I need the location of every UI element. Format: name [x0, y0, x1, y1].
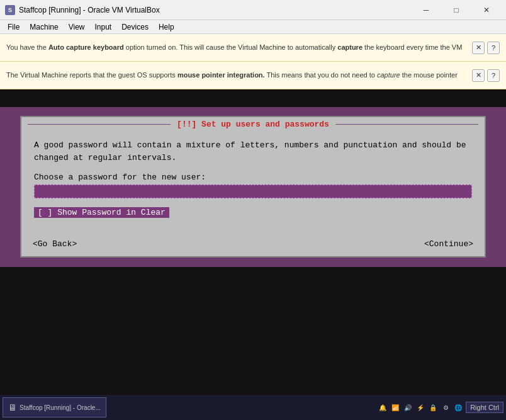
notification-bar-2: The Virtual Machine reports that the gue… [0, 62, 506, 89]
menu-bar: File Machine View Input Devices Help [0, 20, 506, 34]
notif-info-1[interactable]: ? [487, 42, 500, 54]
tray-icon-3[interactable]: 🔊 [403, 402, 413, 412]
menu-help[interactable]: Help [154, 21, 179, 33]
title-line-left [28, 124, 171, 125]
menu-devices[interactable]: Devices [116, 21, 154, 33]
show-password-checkbox[interactable]: [ ] Show Password in Clear [34, 207, 472, 228]
notif-text-2: The Virtual Machine reports that the gue… [6, 71, 467, 80]
taskbar-app-button[interactable]: 🖥 Staffcop [Running] - Oracle... [3, 397, 106, 417]
title-line-right [335, 124, 478, 125]
notif-info-2[interactable]: ? [487, 69, 500, 82]
password-input[interactable] [34, 184, 472, 198]
menu-input[interactable]: Input [90, 21, 117, 33]
taskbar-right: 🔔 📶 🔊 ⚡ 🔒 ⚙ 🌐 Right Ctrl [378, 402, 503, 413]
title-bar: S Staffcop [Running] - Oracle VM Virtual… [0, 0, 506, 20]
continue-button[interactable]: <Continue> [419, 238, 478, 250]
taskbar-left: 🖥 Staffcop [Running] - Oracle... [3, 397, 106, 417]
notif-dismiss-2[interactable]: ✕ [472, 69, 485, 82]
setup-users-dialog: [!!] Set up users and passwords A good p… [20, 116, 486, 258]
tray-icon-7[interactable]: 🌐 [453, 402, 463, 412]
menu-file[interactable]: File [3, 21, 25, 33]
vm-display-area: [!!] Set up users and passwords A good p… [0, 89, 506, 420]
tray-icon-5[interactable]: 🔒 [428, 402, 438, 412]
tray-icon-2[interactable]: 📶 [390, 402, 400, 412]
menu-view[interactable]: View [64, 21, 90, 33]
tray-icon-4[interactable]: ⚡ [415, 402, 425, 412]
notif-icons-2: ✕ ? [472, 69, 500, 82]
menu-machine[interactable]: Machine [25, 21, 63, 33]
dialog-description: A good password will contain a mixture o… [34, 139, 472, 164]
maximize-button[interactable]: □ [442, 0, 471, 20]
right-ctrl-label: Right Ctrl [466, 402, 503, 413]
taskbar-app-icon: 🖥 [8, 402, 17, 412]
top-dark-strip [0, 89, 506, 107]
notif-text-1: You have the Auto capture keyboard optio… [6, 43, 467, 52]
dialog-title: [!!] Set up users and passwords [171, 120, 335, 129]
taskbar: 🖥 Staffcop [Running] - Oracle... 🔔 📶 🔊 ⚡… [0, 395, 506, 420]
dialog-body: A good password will contain a mixture o… [21, 132, 485, 236]
notification-bar-1: You have the Auto capture keyboard optio… [0, 34, 506, 62]
password-label: Choose a password for the new user: [34, 173, 472, 182]
window-controls: ─ □ ✕ [412, 0, 501, 20]
tray-icon-1[interactable]: 🔔 [378, 402, 388, 412]
notif-icons-1: ✕ ? [472, 42, 500, 54]
window-title: Staffcop [Running] - Oracle VM VirtualBo… [19, 6, 412, 14]
taskbar-app-label: Staffcop [Running] - Oracle... [20, 404, 101, 411]
close-button[interactable]: ✕ [472, 0, 501, 20]
tray-icon-6[interactable]: ⚙ [441, 402, 451, 412]
notif-dismiss-1[interactable]: ✕ [472, 42, 485, 54]
dialog-actions: <Go Back> <Continue> [21, 236, 485, 256]
dialog-title-row: [!!] Set up users and passwords [21, 117, 485, 132]
main-layout: S Staffcop [Running] - Oracle VM Virtual… [0, 0, 506, 420]
go-back-button[interactable]: <Go Back> [28, 238, 82, 250]
minimize-button[interactable]: ─ [412, 0, 441, 20]
app-icon: S [5, 5, 15, 15]
